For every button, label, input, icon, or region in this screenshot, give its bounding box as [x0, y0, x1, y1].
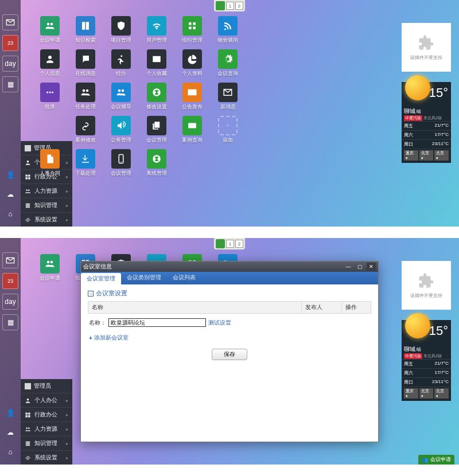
calendar-icon[interactable]: 23 [2, 273, 18, 289]
menu-item-4[interactable]: 系统设置▸ [21, 212, 72, 227]
tile-label: 个人资料 [182, 70, 203, 77]
tile-会议申请[interactable]: 会议申请 [32, 254, 68, 287]
menu-item-3[interactable]: 知识管理▸ [21, 436, 72, 450]
tile-下载处理[interactable]: 下载处理 [68, 149, 103, 182]
home-icon[interactable]: ⌂ [2, 206, 18, 222]
user-mini-icon[interactable]: 👤 [2, 405, 18, 421]
start-menu: 管理员 个人办公▸行政办公▸人力资源▸知识管理▸系统设置▸ [21, 379, 72, 465]
desktop-pager[interactable]: 1 2 [214, 0, 245, 11]
location-select[interactable]: 北京 ▾ [434, 388, 449, 399]
minimize-button[interactable]: — [344, 263, 353, 271]
card-icon [147, 49, 166, 69]
tile-个人资料[interactable]: 个人资料 [174, 49, 210, 83]
tile-公务管理[interactable]: 公务管理 [103, 116, 139, 149]
air-badge: 中度污染 [404, 353, 422, 359]
cloud-mini-icon[interactable]: ☁ [2, 186, 18, 202]
menu-item-1[interactable]: 行政办公▸ [21, 407, 72, 422]
add-room-link[interactable]: + 添加新会议室 [88, 331, 371, 344]
tile-个人收藏[interactable]: 个人收藏 [139, 49, 174, 83]
add-room-label: 添加新会议室 [94, 334, 129, 342]
tab-room-manage[interactable]: 会议室管理 [81, 273, 121, 284]
tile-物资领用[interactable]: 物资领用 [210, 16, 246, 49]
tile-个人信息[interactable]: 个人信息 [32, 49, 68, 83]
day-icon[interactable]: day [2, 294, 18, 310]
tile-会议管理[interactable]: 会议管理 [139, 116, 174, 149]
taskbar-item[interactable]: 👥 会议申请 [418, 455, 454, 465]
tile-案例修改[interactable]: 案例修改 [68, 116, 103, 149]
tile-会议管理[interactable]: 会议管理 [103, 149, 139, 182]
menu-item-0[interactable]: 个人办公▸ [21, 393, 72, 407]
pager-page-2[interactable]: 2 [235, 2, 243, 10]
calendar-icon[interactable]: 23 [2, 35, 18, 51]
air-badge: 中度污染 [404, 115, 422, 121]
tile-添加[interactable]: +添加 [210, 116, 246, 149]
tile-新消息[interactable]: 新消息 [210, 83, 246, 116]
tile-人事合同[interactable]: 人事合同 [32, 149, 68, 182]
tile-项目管理[interactable]: 项目管理 [103, 16, 139, 49]
menu-item-4[interactable]: 系统设置▸ [21, 450, 72, 465]
pager-page-1[interactable]: 1 [226, 240, 234, 248]
tile-批准[interactable]: 批准 [32, 83, 68, 116]
unsupported-label: 该插件不受支持 [410, 54, 442, 61]
tab-list[interactable]: 会议列表 [167, 272, 201, 284]
tile-公告发布[interactable]: 公告发布 [174, 83, 210, 116]
weather-condition: 晴 [417, 108, 421, 115]
pager-page-2[interactable]: 2 [235, 240, 243, 248]
mailb-icon [218, 83, 238, 102]
tile-会议申请[interactable]: 会议申请 [32, 16, 68, 49]
day-icon[interactable]: day [2, 56, 18, 72]
gear-icon [218, 49, 238, 69]
save-button[interactable]: 保存 [212, 349, 247, 360]
cloud-mini-icon[interactable]: ☁ [2, 424, 18, 440]
tile-离线管理[interactable]: 离线管理 [139, 149, 174, 182]
location-select[interactable]: 北京 ▾ [434, 150, 449, 161]
dialog-titlebar[interactable]: 会议室信息 — ▢ ✕ [81, 262, 378, 272]
collapse-icon[interactable]: − [88, 291, 94, 296]
tab-category[interactable]: 会议类别管理 [121, 272, 167, 284]
menu-item-2[interactable]: 人力资源▸ [21, 184, 72, 198]
add-widget-icon[interactable]: ▦ [2, 76, 18, 92]
tile-任务处理[interactable]: 任务处理 [68, 83, 103, 116]
home-icon[interactable]: ⌂ [2, 444, 18, 460]
location-select[interactable]: 重庆 ▾ [404, 388, 418, 399]
maximize-button[interactable]: ▢ [355, 263, 364, 271]
tile-label: 案例修改 [75, 136, 96, 144]
tile-案例查询[interactable]: 案例查询 [174, 116, 210, 149]
menu-item-3[interactable]: 知识管理▸ [21, 198, 72, 212]
wifi-icon [147, 16, 166, 36]
avatar-icon [25, 383, 31, 389]
menu-label: 人力资源 [34, 187, 57, 195]
section-header[interactable]: − 会议室设置 [88, 289, 371, 298]
tile-label: 批准 [45, 103, 55, 111]
wallet-icon [182, 116, 202, 135]
menu-label: 系统设置 [34, 216, 57, 224]
puzzle-icon [418, 272, 435, 289]
mail-icon[interactable] [2, 252, 18, 268]
widget-column: 该插件不受支持 15° 聊城 晴 中度污染 东北风2级 周五21/7°C周六17… [402, 261, 451, 401]
add-widget-icon[interactable]: ▦ [2, 314, 18, 330]
forecast-temp: 17/7°C [434, 132, 449, 138]
tile-知识检索[interactable]: 知识检索 [68, 16, 103, 49]
pager-page-1[interactable]: 1 [226, 2, 234, 10]
tile-修改设置[interactable]: 修改设置 [139, 83, 174, 116]
weather-widget[interactable]: 15° 聊城 晴 中度污染 东北风2级 周五21/7°C周六17/7°C周日23… [402, 82, 451, 163]
tile-在线消息[interactable]: 在线消息 [68, 49, 103, 83]
close-button[interactable]: ✕ [367, 263, 376, 271]
location-select[interactable]: 北京 ▾ [419, 150, 434, 161]
location-select[interactable]: 重庆 ▾ [404, 150, 418, 161]
location-select[interactable]: 北京 ▾ [419, 388, 434, 399]
pager-app-icon [216, 1, 225, 10]
tile-用户管理[interactable]: 用户管理 [139, 16, 174, 49]
tile-会议查询[interactable]: 会议查询 [210, 49, 246, 83]
tile-会议领导[interactable]: 会议领导 [103, 83, 139, 116]
room-name-input[interactable] [108, 318, 206, 327]
tile-组织管理[interactable]: 组织管理 [174, 16, 210, 49]
menu-item-2[interactable]: 人力资源▸ [21, 422, 72, 436]
left-rail: 23 day ▦ 👤 ☁ ⌂ [0, 0, 21, 227]
desktop-pager[interactable]: 1 2 [214, 238, 245, 249]
weather-widget[interactable]: 15° 聊城 晴 中度污染 东北风2级 周五21/7°C周六17/7°C周日23… [402, 320, 451, 401]
mail-icon[interactable] [2, 14, 18, 30]
user-mini-icon[interactable]: 👤 [2, 167, 18, 183]
tile-经办[interactable]: 经办 [103, 49, 139, 83]
test-link[interactable]: 测试设置 [208, 319, 231, 327]
